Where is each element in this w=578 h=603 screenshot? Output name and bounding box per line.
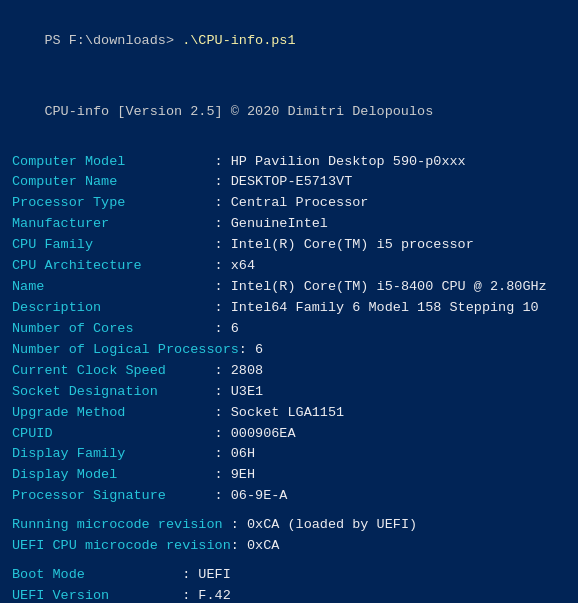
row-value: : Intel(R) Core(TM) i5 processor <box>215 237 474 252</box>
row-value: : Intel64 Family 6 Model 158 Stepping 10 <box>215 300 539 315</box>
row-value: : HP Pavilion Desktop 590-p0xxx <box>215 154 466 169</box>
info-row: CPU Architecture : x64 <box>12 256 566 277</box>
info-row: CPU Family : Intel(R) Core(TM) i5 proces… <box>12 235 566 256</box>
info-row: Display Model : 9EH <box>12 465 566 486</box>
bios-rows: Boot Mode : UEFIUEFI Version : F.42UEFI … <box>12 565 566 603</box>
command-line: PS F:\downloads> .\CPU-info.ps1 <box>12 10 566 73</box>
microcode-row: UEFI CPU microcode revision: 0xCA <box>12 536 566 557</box>
row-label: Display Family <box>12 446 215 461</box>
info-row: Current Clock Speed : 2808 <box>12 361 566 382</box>
prompt-text: PS F:\downloads> <box>44 33 182 48</box>
bios-row: Boot Mode : UEFI <box>12 565 566 586</box>
terminal-window: PS F:\downloads> .\CPU-info.ps1 CPU-info… <box>12 10 566 603</box>
row-label: UEFI CPU microcode revision <box>12 538 231 553</box>
row-value: : 6 <box>239 342 263 357</box>
info-row: Processor Signature : 06-9E-A <box>12 486 566 507</box>
row-value: : U3E1 <box>215 384 264 399</box>
row-value: : Socket LGA1151 <box>215 405 345 420</box>
row-value: : 6 <box>215 321 239 336</box>
info-row: CPUID : 000906EA <box>12 424 566 445</box>
row-value: : Intel(R) Core(TM) i5-8400 CPU @ 2.80GH… <box>215 279 547 294</box>
microcode-row: Running microcode revision : 0xCA (loade… <box>12 515 566 536</box>
row-label: Number of Cores <box>12 321 215 336</box>
row-label: Computer Model <box>12 154 215 169</box>
row-value: : 9EH <box>215 467 256 482</box>
row-value: : 06-9E-A <box>215 488 288 503</box>
row-label: Boot Mode <box>12 567 182 582</box>
row-label: UEFI Version <box>12 588 182 603</box>
row-value: : DESKTOP-E5713VT <box>215 174 353 189</box>
row-value: : Central Processor <box>215 195 369 210</box>
blank-line-1 <box>12 73 566 81</box>
info-row: Processor Type : Central Processor <box>12 193 566 214</box>
row-label: Manufacturer <box>12 216 215 231</box>
row-label: Processor Type <box>12 195 215 210</box>
command-text: .\CPU-info.ps1 <box>182 33 295 48</box>
row-label: CPUID <box>12 426 215 441</box>
row-label: Display Model <box>12 467 215 482</box>
row-label: Socket Designation <box>12 384 215 399</box>
row-value: : F.42 <box>182 588 231 603</box>
info-row: Name : Intel(R) Core(TM) i5-8400 CPU @ 2… <box>12 277 566 298</box>
version-line: CPU-info [Version 2.5] © 2020 Dimitri De… <box>12 81 566 144</box>
row-label: Running microcode revision <box>12 517 231 532</box>
row-label: Processor Signature <box>12 488 215 503</box>
row-value: : 06H <box>215 446 256 461</box>
row-label: Description <box>12 300 215 315</box>
row-value: : 0xCA <box>231 538 280 553</box>
row-value: : 2808 <box>215 363 264 378</box>
row-label: Number of Logical Processors <box>12 342 239 357</box>
info-row: Display Family : 06H <box>12 444 566 465</box>
info-row: Computer Name : DESKTOP-E5713VT <box>12 172 566 193</box>
row-label: CPU Architecture <box>12 258 215 273</box>
info-row: Description : Intel64 Family 6 Model 158… <box>12 298 566 319</box>
info-row: Socket Designation : U3E1 <box>12 382 566 403</box>
row-label: Current Clock Speed <box>12 363 215 378</box>
info-row: Upgrade Method : Socket LGA1151 <box>12 403 566 424</box>
row-value: : 0xCA (loaded by UEFI) <box>231 517 417 532</box>
bios-row: UEFI Version : F.42 <box>12 586 566 603</box>
info-row: Manufacturer : GenuineIntel <box>12 214 566 235</box>
row-label: Upgrade Method <box>12 405 215 420</box>
row-value: : GenuineIntel <box>215 216 328 231</box>
blank-line-2 <box>12 144 566 152</box>
info-rows: Computer Model : HP Pavilion Desktop 590… <box>12 152 566 508</box>
blank-line-4 <box>12 557 566 565</box>
info-row: Computer Model : HP Pavilion Desktop 590… <box>12 152 566 173</box>
row-label: CPU Family <box>12 237 215 252</box>
info-row: Number of Cores : 6 <box>12 319 566 340</box>
row-label: Name <box>12 279 215 294</box>
row-value: : 000906EA <box>215 426 296 441</box>
blank-line-3 <box>12 507 566 515</box>
microcode-rows: Running microcode revision : 0xCA (loade… <box>12 515 566 557</box>
row-value: : UEFI <box>182 567 231 582</box>
info-row: Number of Logical Processors: 6 <box>12 340 566 361</box>
row-label: Computer Name <box>12 174 215 189</box>
row-value: : x64 <box>215 258 256 273</box>
